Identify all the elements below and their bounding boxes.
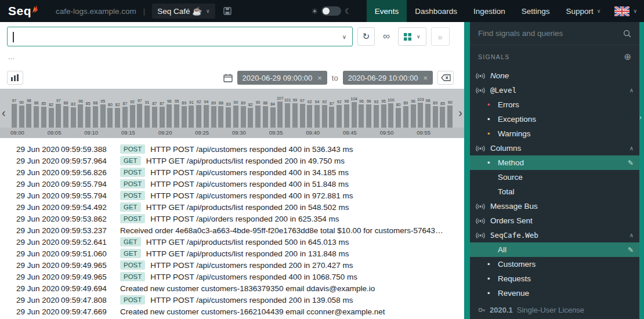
save-icon[interactable] bbox=[223, 7, 231, 15]
chevron-down-icon[interactable]: ∨ bbox=[342, 34, 346, 40]
histogram-bar[interactable]: 96 bbox=[165, 99, 173, 128]
collapse-chevron-icon[interactable]: ∧ bbox=[629, 87, 634, 93]
histogram-bar[interactable]: 103 bbox=[417, 97, 424, 128]
refresh-button[interactable]: ↻ bbox=[357, 27, 375, 46]
signal-item[interactable]: • Revenue bbox=[470, 286, 639, 300]
signal-search-input[interactable] bbox=[478, 29, 618, 38]
seq-logo[interactable]: Seq bbox=[8, 4, 38, 18]
edit-pencil-icon[interactable]: ✎ bbox=[628, 159, 634, 167]
histogram-bar[interactable]: 98 bbox=[424, 99, 432, 128]
histogram-bar[interactable]: 104 bbox=[350, 97, 358, 128]
signal-item[interactable]: • Errors bbox=[470, 97, 639, 112]
event-row[interactable]: 29 Jun 2020 09:59:51.060 GET HTTP GET /a… bbox=[0, 248, 464, 259]
histogram-bar[interactable]: 92 bbox=[129, 100, 136, 128]
nav-dashboards[interactable]: Dashboards bbox=[407, 0, 465, 22]
histogram-bar[interactable]: 93 bbox=[372, 100, 380, 128]
panel-divider[interactable] bbox=[464, 22, 470, 319]
histogram-bar[interactable]: 80 bbox=[107, 103, 114, 128]
histogram-bar[interactable]: 87 bbox=[151, 102, 158, 128]
clear-from-icon[interactable]: × bbox=[317, 74, 322, 82]
clear-range-button[interactable] bbox=[437, 71, 454, 85]
histogram-bar[interactable]: 107 bbox=[276, 96, 284, 128]
histogram-bar[interactable]: 82 bbox=[114, 103, 121, 128]
signal-item[interactable]: • Method ✎ bbox=[470, 155, 639, 170]
event-row[interactable]: 29 Jun 2020 09:59:53.862 POST HTTP POST … bbox=[0, 213, 464, 224]
histogram-bar[interactable]: 95 bbox=[173, 99, 180, 128]
histogram-bar[interactable]: 90 bbox=[18, 100, 26, 128]
histogram-bar[interactable]: 88 bbox=[32, 101, 40, 128]
clear-to-icon[interactable]: × bbox=[423, 74, 428, 82]
theme-toggle[interactable]: ☀ ☾ bbox=[312, 6, 352, 16]
histogram-bar[interactable]: 90 bbox=[254, 100, 262, 128]
query-input[interactable]: ∨ bbox=[7, 27, 353, 46]
range-to-input[interactable]: 2020-06-29 10:00:00 × bbox=[343, 71, 433, 85]
histogram-bar[interactable]: 87 bbox=[121, 102, 129, 128]
nav-support[interactable]: Support∨ bbox=[558, 0, 609, 22]
histogram-bar[interactable]: 85 bbox=[40, 102, 48, 128]
event-row[interactable]: 29 Jun 2020 09:59:59.388 POST HTTP POST … bbox=[0, 143, 464, 155]
collapse-chevron-icon[interactable]: ∧ bbox=[629, 232, 634, 238]
histogram-bar[interactable]: 85 bbox=[439, 102, 447, 128]
histogram-toggle-button[interactable] bbox=[7, 71, 23, 85]
histogram-bar[interactable]: 89 bbox=[402, 101, 410, 128]
histogram-bar[interactable]: 101 bbox=[284, 98, 291, 128]
histogram-bar[interactable]: 98 bbox=[25, 99, 32, 128]
histogram-bar[interactable]: 96 bbox=[358, 99, 366, 128]
event-row[interactable]: 29 Jun 2020 09:59:56.826 POST HTTP POST … bbox=[0, 166, 464, 178]
tail-infinity-button[interactable]: ∞ bbox=[379, 31, 393, 42]
histogram-bar[interactable]: 97 bbox=[55, 99, 62, 128]
sidebar-collapse-strip[interactable]: › bbox=[639, 22, 644, 319]
histogram-bar[interactable]: 96 bbox=[343, 99, 350, 128]
histogram-bar[interactable]: 92 bbox=[195, 100, 202, 128]
signal-item[interactable]: Total bbox=[470, 184, 639, 199]
event-row[interactable]: 29 Jun 2020 09:59:49.965 POST HTTP POST … bbox=[0, 271, 464, 282]
histogram-bar[interactable]: 95 bbox=[99, 99, 107, 128]
language-selector[interactable]: ∨ bbox=[609, 6, 644, 16]
histogram-bar[interactable]: 88 bbox=[262, 101, 269, 128]
signal-item[interactable]: • Requests bbox=[470, 271, 639, 286]
view-options-button[interactable]: ∨ bbox=[398, 27, 426, 46]
signal-item[interactable]: Source bbox=[470, 170, 639, 184]
histogram-bar[interactable]: 97 bbox=[136, 99, 143, 128]
histogram-bar[interactable]: 91 bbox=[188, 100, 196, 128]
histogram-bar[interactable]: 84 bbox=[269, 102, 277, 128]
signal-item[interactable]: • Exceptions bbox=[470, 112, 639, 126]
event-row[interactable]: 29 Jun 2020 09:59:55.794 POST HTTP POST … bbox=[0, 178, 464, 190]
histogram-bar[interactable]: 83 bbox=[225, 102, 232, 128]
expand-button[interactable]: » bbox=[431, 27, 450, 46]
histogram-bar[interactable]: 100 bbox=[387, 98, 395, 128]
edit-pencil-icon[interactable]: ✎ bbox=[628, 246, 634, 254]
event-row[interactable]: 29 Jun 2020 09:59:53.237 Received order … bbox=[0, 224, 464, 236]
histogram-bar[interactable]: 96 bbox=[77, 99, 85, 128]
nav-events[interactable]: Events bbox=[367, 0, 407, 22]
nav-settings[interactable]: Settings bbox=[513, 0, 558, 22]
event-row[interactable]: 29 Jun 2020 09:59:55.794 POST HTTP POST … bbox=[0, 190, 464, 201]
histogram-bar[interactable]: 97 bbox=[299, 99, 306, 128]
histogram-bar[interactable]: 95 bbox=[380, 99, 388, 128]
histogram-bar[interactable]: 80 bbox=[395, 103, 402, 128]
histogram-bar[interactable]: 94 bbox=[313, 100, 321, 128]
signal-item[interactable]: None bbox=[470, 68, 639, 83]
event-row[interactable]: 29 Jun 2020 09:59:49.965 POST HTTP POST … bbox=[0, 259, 464, 271]
histogram-bar[interactable]: 87 bbox=[158, 102, 166, 128]
histogram-bar[interactable]: 92 bbox=[306, 100, 313, 128]
histogram-bar[interactable]: 83 bbox=[70, 102, 77, 128]
signal-item[interactable]: Orders Sent bbox=[470, 213, 639, 228]
histogram-bar[interactable]: 90 bbox=[446, 100, 454, 128]
signal-item[interactable]: Columns ∧ bbox=[470, 141, 639, 155]
event-row[interactable]: 29 Jun 2020 09:59:54.492 GET HTTP GET /a… bbox=[0, 201, 464, 213]
histogram-bar[interactable]: 88 bbox=[62, 101, 70, 128]
event-row[interactable]: 29 Jun 2020 09:59:47.808 POST HTTP POST … bbox=[0, 294, 464, 306]
event-row[interactable]: 29 Jun 2020 09:59:49.694 Created new cus… bbox=[0, 282, 464, 294]
event-row[interactable]: 29 Jun 2020 09:59:52.641 GET HTTP GET /a… bbox=[0, 236, 464, 248]
event-row[interactable]: 29 Jun 2020 09:59:47.669 Created new cus… bbox=[0, 306, 464, 317]
histogram-bar[interactable]: 89 bbox=[180, 101, 188, 128]
histogram-bar[interactable]: 96 bbox=[365, 99, 372, 128]
add-signal-button[interactable]: ⊕ bbox=[624, 52, 631, 62]
histogram-bar[interactable]: 91 bbox=[143, 100, 151, 128]
histogram-bar[interactable]: 89 bbox=[240, 101, 247, 128]
theme-switch[interactable] bbox=[321, 6, 341, 16]
histogram-bar[interactable]: 96 bbox=[410, 99, 417, 128]
histogram-bar[interactable]: 87 bbox=[328, 102, 336, 128]
histogram-bar[interactable]: 88 bbox=[92, 101, 99, 128]
